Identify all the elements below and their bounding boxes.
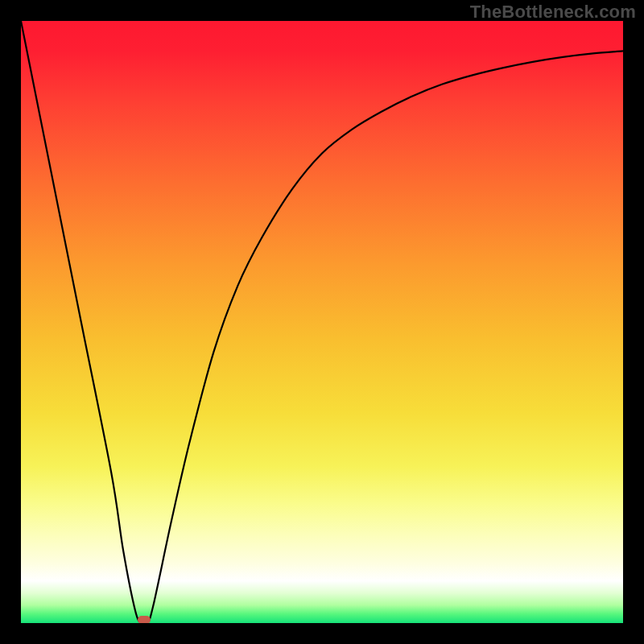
chart-frame: TheBottleneck.com (0, 0, 644, 644)
watermark-text: TheBottleneck.com (470, 2, 636, 23)
optimum-marker (138, 616, 151, 623)
bottleneck-curve (21, 21, 623, 623)
plot-area (21, 21, 623, 623)
